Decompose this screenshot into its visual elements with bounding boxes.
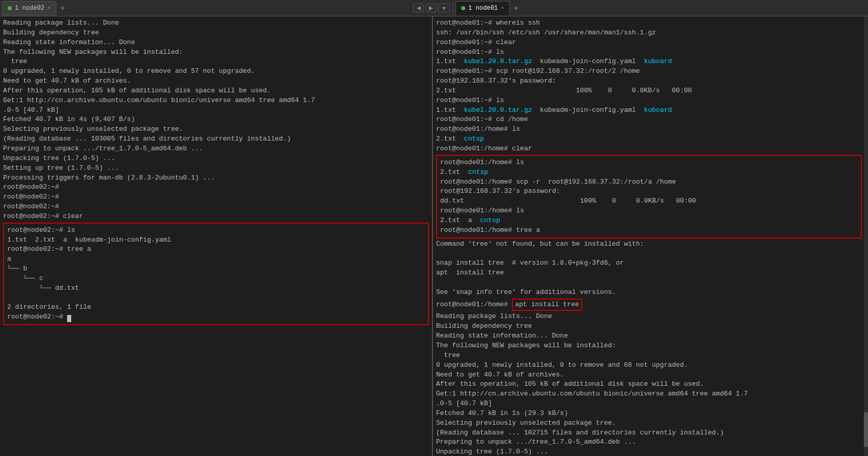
left-terminal-top-content: Reading package lists... Done Building d… bbox=[3, 18, 429, 222]
tab-node01[interactable]: 1 node01 ✕ bbox=[456, 1, 510, 15]
tab-add-right[interactable]: + bbox=[511, 3, 522, 14]
left-terminal-redbox: root@node02:~# ls 1.txt 2.txt a kubeadm-… bbox=[3, 223, 429, 325]
right-terminal-middle: Command 'tree' not found, but can be ins… bbox=[436, 240, 862, 298]
right-apt-install-line: root@node01:/home# apt install tree bbox=[436, 299, 862, 311]
tab-label-node02: 1 node02 bbox=[15, 5, 45, 12]
tab-close-node01[interactable]: ✕ bbox=[501, 6, 504, 11]
nav-left-btn[interactable]: ◀ bbox=[414, 4, 424, 12]
right-prompt-before-box: root@node01:/home# bbox=[436, 300, 512, 310]
tab-dot-node01 bbox=[461, 6, 465, 10]
left-tab-group: 1 node02 ✕ + bbox=[2, 1, 412, 15]
left-terminal-box-content: root@node02:~# ls 1.txt 2.txt a kubeadm-… bbox=[7, 226, 425, 322]
right-scrollbar[interactable] bbox=[864, 16, 868, 456]
tab-close-node02[interactable]: ✕ bbox=[48, 6, 51, 11]
tab-node02[interactable]: 1 node02 ✕ bbox=[2, 1, 56, 15]
tab-nav-buttons: ◀ ▶ ▼ bbox=[414, 4, 450, 12]
right-box2-cmd: apt install tree bbox=[515, 300, 579, 310]
left-cursor bbox=[67, 315, 71, 322]
tab-add-left[interactable]: + bbox=[57, 3, 68, 14]
nav-right-btn[interactable]: ▶ bbox=[426, 4, 436, 12]
nav-dropdown-btn[interactable]: ▼ bbox=[438, 4, 450, 12]
right-box1-content: root@node01:/home# ls 2.txt cntsp root@n… bbox=[440, 158, 858, 235]
terminals-area: Reading package lists... Done Building d… bbox=[0, 16, 868, 456]
left-terminal[interactable]: Reading package lists... Done Building d… bbox=[0, 16, 433, 456]
right-terminal[interactable]: root@node01:~# whereis ssh ssh: /usr/bin… bbox=[433, 16, 868, 456]
right-terminal-box2: apt install tree bbox=[512, 299, 582, 311]
right-install-output: Reading package lists... Done Building d… bbox=[436, 312, 862, 456]
tab-bar: 1 node02 ✕ + ◀ ▶ ▼ 1 node01 ✕ + bbox=[0, 0, 868, 16]
right-terminal-top: root@node01:~# whereis ssh ssh: /usr/bin… bbox=[436, 18, 862, 154]
tab-label-node01: 1 node01 bbox=[468, 5, 498, 12]
right-scroll-thumb[interactable] bbox=[864, 412, 868, 447]
right-tab-group: 1 node01 ✕ + bbox=[453, 1, 866, 15]
right-terminal-box1: root@node01:/home# ls 2.txt cntsp root@n… bbox=[436, 155, 862, 239]
tab-dot-node02 bbox=[8, 6, 12, 10]
